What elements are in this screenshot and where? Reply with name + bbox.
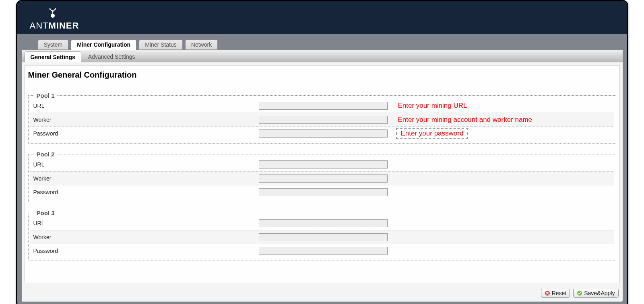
page-title: Miner General Configuration [28, 70, 617, 80]
cancel-icon [545, 290, 550, 296]
pool-3-password-input[interactable] [259, 247, 388, 255]
pool-1-url-label: URL [33, 103, 259, 109]
app-window: ANTMINER System Miner Configuration Mine… [16, 0, 628, 304]
pool-1-password-input[interactable] [259, 129, 388, 138]
pool-1-url-hint-text: Enter your mining URL [398, 102, 467, 109]
pool-1-url-input[interactable] [259, 102, 388, 110]
svg-point-2 [55, 8, 56, 9]
brand-logo: ANTMINER [30, 8, 79, 30]
pool-2-password-row: Password [30, 185, 614, 199]
pool-3-worker-row: Worker [30, 230, 614, 244]
pool-2-worker-input[interactable] [259, 175, 388, 183]
brand-bold: MINER [49, 21, 79, 30]
brand-text: ANTMINER [30, 21, 79, 30]
pool-1-url-row: URLEnter your mining URL [30, 99, 614, 113]
pool-1-password-row: PasswordEnter your password [30, 126, 614, 140]
sub-tabs: General Settings Advanced Settings [22, 50, 623, 62]
ant-icon [48, 8, 57, 20]
subtab-advanced-settings[interactable]: Advanced Settings [82, 51, 141, 62]
pool-2-url-label: URL [33, 161, 259, 168]
pool-2-password-label: Password [33, 189, 259, 195]
pool-1-password-label: Password [33, 130, 259, 137]
pool-3-legend: Pool 3 [34, 210, 57, 216]
tab-miner-configuration[interactable]: Miner Configuration [71, 39, 136, 50]
pool-3-password-row: Password [30, 244, 614, 257]
tab-system[interactable]: System [38, 39, 69, 49]
pool-2-worker-row: Worker [30, 171, 614, 185]
main-panel: General Settings Advanced Settings Miner… [21, 49, 623, 302]
pool-1-worker-hint-text: Enter your mining account and worker nam… [398, 116, 533, 123]
save-apply-label: Save&Apply [584, 290, 615, 296]
pool-3-url-row: URL [30, 216, 614, 230]
footer-buttons: Reset Save&Apply [22, 287, 623, 302]
svg-point-0 [51, 14, 55, 18]
pool-1-password-hint: Enter your password [392, 128, 611, 139]
pool-1-url-hint: Enter your mining URL [392, 102, 611, 110]
pool-2-url-input[interactable] [259, 160, 388, 168]
content-area: Miner General Configuration Pool 1URLEnt… [25, 65, 620, 283]
pool-1-worker-input[interactable] [259, 116, 388, 124]
pool-2-worker-label: Worker [33, 175, 259, 182]
pool-3-worker-input[interactable] [259, 233, 388, 241]
pool-1-fieldset: Pool 1URLEnter your mining URLWorkerEnte… [28, 92, 616, 144]
pool-1-worker-label: Worker [33, 117, 259, 123]
pool-3-url-input[interactable] [259, 219, 388, 227]
brand-thin: ANT [30, 21, 49, 30]
pool-2-password-input[interactable] [259, 188, 388, 196]
tab-miner-status[interactable]: Miner Status [139, 39, 183, 49]
pool-2-fieldset: Pool 2URLWorkerPassword [28, 151, 616, 202]
reset-button[interactable]: Reset [541, 289, 570, 298]
divider [28, 83, 616, 83]
pool-2-url-row: URL [30, 158, 614, 171]
header: ANTMINER [17, 1, 627, 34]
save-apply-button[interactable]: Save&Apply [573, 289, 618, 298]
pool-1-worker-hint: Enter your mining account and worker nam… [392, 116, 611, 124]
main-tabs: System Miner Configuration Miner Status … [17, 37, 627, 49]
tab-network[interactable]: Network [185, 39, 218, 49]
pool-2-legend: Pool 2 [34, 151, 57, 158]
pool-3-url-label: URL [33, 220, 259, 226]
pool-1-worker-row: WorkerEnter your mining account and work… [30, 113, 614, 126]
pool-1-password-hint-text: Enter your password [396, 128, 469, 139]
subtab-general-settings[interactable]: General Settings [25, 51, 81, 62]
pool-1-legend: Pool 1 [34, 92, 57, 99]
reset-label: Reset [552, 290, 567, 296]
pool-3-worker-label: Worker [33, 234, 259, 240]
check-icon [577, 290, 582, 296]
pool-3-fieldset: Pool 3URLWorkerPassword [28, 210, 616, 261]
pool-3-password-label: Password [33, 248, 259, 254]
svg-point-1 [49, 8, 50, 9]
